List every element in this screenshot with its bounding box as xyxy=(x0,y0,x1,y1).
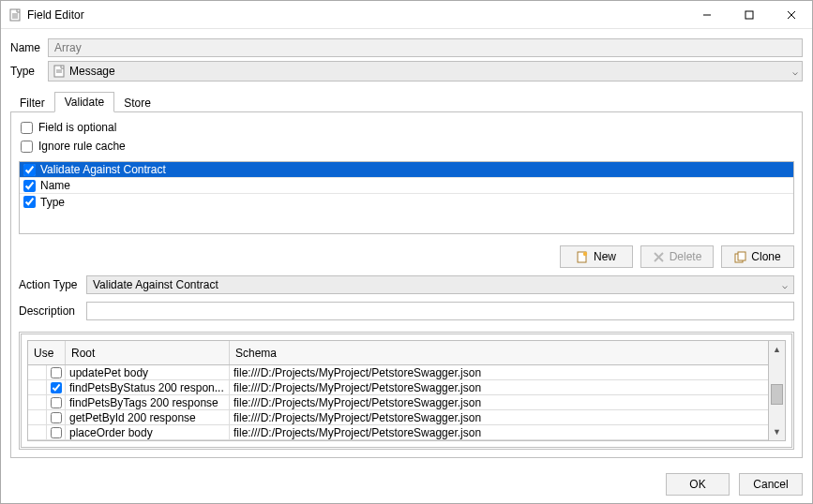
col-schema-label: Schema xyxy=(235,347,277,360)
use-checkbox-cell[interactable] xyxy=(47,425,65,439)
use-checkbox[interactable] xyxy=(51,412,62,423)
tabs-container: Filter Validate Store Field is optional … xyxy=(10,91,803,458)
use-cell xyxy=(28,380,66,394)
rule-checkbox-cell xyxy=(20,180,38,192)
root-cell: getPetById 200 response xyxy=(66,410,230,424)
delete-button-label: Delete xyxy=(670,250,702,263)
table-row[interactable]: getPetById 200 responsefile:///D:/Projec… xyxy=(28,410,768,425)
use-checkbox-cell[interactable] xyxy=(47,410,65,424)
use-checkbox-cell[interactable] xyxy=(47,365,65,379)
action-type-select[interactable]: Validate Against Contract ⌵ xyxy=(86,275,794,294)
rule-checkbox[interactable] xyxy=(23,180,36,192)
field-optional-input[interactable] xyxy=(21,122,33,134)
scroll-track[interactable] xyxy=(769,358,785,423)
tab-store-label: Store xyxy=(124,96,151,110)
root-cell: findPetsByStatus 200 respon... xyxy=(66,380,230,394)
tab-filter-label: Filter xyxy=(20,96,45,110)
type-row: Type Message ⌵ xyxy=(10,61,803,82)
use-left[interactable] xyxy=(28,380,47,394)
rule-row[interactable]: Type xyxy=(20,194,793,210)
root-cell: updatePet body xyxy=(66,365,230,379)
tab-validate-label: Validate xyxy=(65,96,104,109)
maximize-button[interactable] xyxy=(728,1,770,28)
rule-label: Validate Against Contract xyxy=(38,163,793,176)
use-checkbox[interactable] xyxy=(51,397,62,408)
rule-toolbar: New Delete Clone xyxy=(19,245,794,268)
use-checkbox-cell[interactable] xyxy=(47,380,65,394)
vertical-scrollbar[interactable]: ▲ ▼ xyxy=(769,340,786,441)
ok-button[interactable]: OK xyxy=(666,473,730,496)
use-checkbox-cell[interactable] xyxy=(47,395,65,409)
description-row: Description xyxy=(19,302,794,320)
field-editor-window: Field Editor Name Type xyxy=(0,0,813,504)
rule-row[interactable]: Name xyxy=(20,178,793,194)
use-left[interactable] xyxy=(28,395,47,409)
field-optional-label: Field is optional xyxy=(38,121,116,134)
svg-rect-8 xyxy=(54,66,64,77)
scroll-down-icon[interactable]: ▼ xyxy=(769,423,785,440)
schema-cell: file:///D:/Projects/MyProject/PetstoreSw… xyxy=(230,380,768,394)
table-row[interactable]: placeOrder bodyfile:///D:/Projects/MyPro… xyxy=(28,425,768,440)
cancel-button[interactable]: Cancel xyxy=(739,473,803,496)
tab-store[interactable]: Store xyxy=(114,94,160,112)
table-row[interactable]: updatePet bodyfile:///D:/Projects/MyProj… xyxy=(28,365,768,380)
clone-button[interactable]: Clone xyxy=(721,245,794,268)
window-title: Field Editor xyxy=(27,8,84,22)
scroll-thumb[interactable] xyxy=(771,384,783,405)
rule-row[interactable]: Validate Against Contract xyxy=(20,162,793,178)
rule-checkbox[interactable] xyxy=(23,164,36,176)
schema-cell: file:///D:/Projects/MyProject/PetstoreSw… xyxy=(230,395,768,409)
dialog-footer: OK Cancel xyxy=(1,466,812,503)
type-select[interactable]: Message ⌵ xyxy=(48,61,803,82)
contract-grid[interactable]: Use Root Schema updatePet bodyfile:///D:… xyxy=(27,340,769,441)
ignore-cache-checkbox[interactable]: Ignore rule cache xyxy=(19,139,794,154)
contract-grid-header: Use Root Schema xyxy=(28,341,768,365)
col-use[interactable]: Use xyxy=(28,341,66,364)
new-button-label: New xyxy=(594,250,616,263)
dialog-body: Name Type Message ⌵ xyxy=(1,29,812,466)
contract-grid-body: updatePet bodyfile:///D:/Projects/MyProj… xyxy=(28,365,768,440)
col-schema[interactable]: Schema xyxy=(230,341,768,364)
tab-validate[interactable]: Validate xyxy=(54,92,114,112)
window-controls xyxy=(685,1,812,28)
description-input[interactable] xyxy=(86,302,794,320)
use-checkbox[interactable] xyxy=(51,427,62,438)
rule-checkbox[interactable] xyxy=(23,196,36,208)
ok-button-label: OK xyxy=(689,478,705,491)
name-input[interactable] xyxy=(48,38,803,57)
contract-details: Use Root Schema updatePet bodyfile:///D:… xyxy=(19,332,794,450)
schema-cell: file:///D:/Projects/MyProject/PetstoreSw… xyxy=(230,425,768,439)
rule-list[interactable]: Validate Against ContractNameType xyxy=(19,161,794,234)
use-checkbox[interactable] xyxy=(51,382,62,393)
use-cell xyxy=(28,425,66,439)
tab-filter[interactable]: Filter xyxy=(10,94,54,112)
svg-rect-16 xyxy=(738,252,745,260)
new-icon xyxy=(577,251,589,263)
new-button[interactable]: New xyxy=(560,245,633,268)
type-label: Type xyxy=(10,65,42,78)
close-button[interactable] xyxy=(770,1,812,28)
col-root[interactable]: Root xyxy=(66,341,230,364)
description-label: Description xyxy=(19,304,81,318)
svg-rect-5 xyxy=(745,11,753,19)
action-type-label: Action Type xyxy=(19,278,81,291)
use-left[interactable] xyxy=(28,425,47,439)
col-use-label: Use xyxy=(34,347,53,360)
contract-grid-wrap: Use Root Schema updatePet bodyfile:///D:… xyxy=(27,340,786,441)
schema-cell: file:///D:/Projects/MyProject/PetstoreSw… xyxy=(230,410,768,424)
ignore-cache-input[interactable] xyxy=(21,141,33,153)
use-left[interactable] xyxy=(28,410,47,424)
table-row[interactable]: findPetsByStatus 200 respon...file:///D:… xyxy=(28,380,768,395)
scroll-up-icon[interactable]: ▲ xyxy=(769,341,785,358)
table-row[interactable]: findPetsByTags 200 responsefile:///D:/Pr… xyxy=(28,395,768,410)
svg-point-12 xyxy=(583,251,587,255)
schema-cell: file:///D:/Projects/MyProject/PetstoreSw… xyxy=(230,365,768,379)
name-label: Name xyxy=(10,41,42,54)
use-left[interactable] xyxy=(28,365,47,379)
use-cell xyxy=(28,410,66,424)
field-optional-checkbox[interactable]: Field is optional xyxy=(19,120,794,135)
delete-button[interactable]: Delete xyxy=(640,245,714,268)
use-checkbox[interactable] xyxy=(51,367,62,378)
minimize-button[interactable] xyxy=(685,1,728,28)
root-cell: placeOrder body xyxy=(66,425,230,439)
